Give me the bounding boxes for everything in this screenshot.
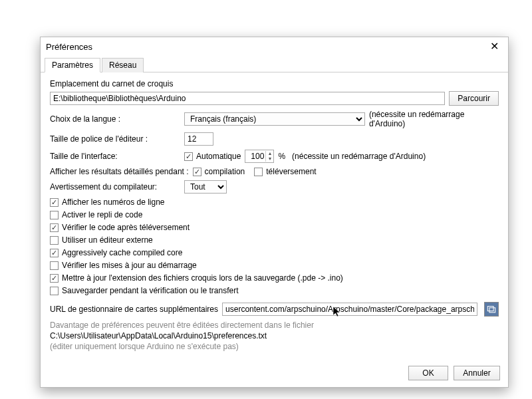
checkbox-icon	[50, 261, 59, 270]
language-restart-note: (nécessite un redémarrage d'Arduino)	[369, 110, 499, 128]
percent-suffix: %	[278, 152, 285, 161]
close-icon[interactable]: ✕	[486, 40, 503, 53]
cancel-button[interactable]: Annuler	[454, 366, 500, 380]
spinner-down-icon[interactable]: ▼	[266, 156, 273, 162]
boards-url-input[interactable]	[222, 303, 477, 316]
checkbox-icon	[50, 287, 59, 295]
language-label: Choix de la langue :	[50, 114, 180, 124]
dialog-footer: OK Annuler	[41, 360, 508, 387]
tab-reseau[interactable]: Réseau	[102, 58, 144, 72]
dialog-title: Préférences	[46, 42, 92, 52]
titlebar: Préférences ✕	[41, 37, 508, 57]
editor-font-label: Taille de police de l'éditeur :	[50, 134, 180, 144]
checkbox-external-editor[interactable]: Utiliser un éditeur externe	[50, 235, 499, 245]
checkbox-icon: ✓	[193, 168, 201, 176]
checkbox-icon: ✓	[50, 249, 59, 257]
checkbox-icon	[254, 168, 263, 176]
prefs-file-path: C:\Users\Utilisateur\AppData\Local\Ardui…	[50, 331, 499, 340]
checkbox-line-numbers[interactable]: ✓Afficher les numéros de ligne	[50, 198, 499, 207]
more-prefs-note: Davantage de préférences peuvent être éd…	[50, 321, 499, 330]
checkbox-aggressive-cache[interactable]: ✓Aggressively cache compiled core	[50, 248, 499, 257]
checkbox-code-folding[interactable]: Activer le repli de code	[50, 210, 499, 219]
language-select[interactable]: Français (français)	[184, 112, 365, 126]
browse-button[interactable]: Parcourir	[449, 91, 499, 106]
verbose-compile-checkbox[interactable]: ✓ compilation	[193, 167, 245, 176]
preferences-dialog: Préférences ✕ Paramètres Réseau Emplacem…	[40, 37, 509, 388]
checkbox-icon: ✓	[50, 274, 59, 283]
checkbox-label: Utiliser un éditeur externe	[62, 235, 153, 245]
verbose-label: Afficher les résultats détaillés pendant…	[50, 167, 189, 176]
sketchbook-path-input[interactable]	[50, 92, 445, 105]
checkbox-save-on-verify[interactable]: Sauvegarder pendant la vérification ou l…	[50, 286, 499, 295]
checkbox-label: Vérifier le code après téléversement	[62, 223, 190, 232]
checkbox-label: Activer le repli de code	[62, 210, 142, 219]
options-list: ✓Afficher les numéros de ligne Activer l…	[50, 198, 499, 295]
checkbox-label: Afficher les numéros de ligne	[62, 198, 165, 207]
editor-font-input[interactable]	[184, 132, 213, 146]
spinner-up-icon[interactable]: ▲	[266, 151, 273, 156]
warnings-select[interactable]: Tout	[184, 180, 227, 194]
boards-url-label: URL de gestionnaire de cartes supplément…	[50, 305, 218, 314]
checkbox-update-extension[interactable]: ✓Mettre à jour l'extension des fichiers …	[50, 273, 499, 283]
checkbox-icon	[50, 211, 59, 219]
checkbox-check-updates[interactable]: Vérifier les mises à jour au démarrage	[50, 261, 499, 270]
dialog-body: Emplacement du carnet de croquis Parcour…	[41, 72, 508, 360]
checkbox-icon: ✓	[50, 198, 59, 207]
verbose-upload-checkbox[interactable]: téléversement	[254, 167, 316, 176]
checkbox-icon: ✓	[50, 223, 59, 232]
interface-scale-label: Taille de l'interface:	[50, 152, 180, 161]
interface-auto-label: Automatique	[196, 152, 241, 161]
boards-url-edit-button[interactable]	[484, 302, 499, 317]
tab-parametres[interactable]: Paramètres	[45, 58, 100, 72]
warnings-label: Avertissement du compilateur:	[50, 182, 180, 192]
checkbox-label: Vérifier les mises à jour au démarrage	[62, 261, 197, 270]
tabstrip: Paramètres Réseau	[41, 57, 508, 72]
checkbox-label: Mettre à jour l'extension des fichiers c…	[62, 273, 343, 283]
checkbox-label: Sauvegarder pendant la vérification ou l…	[62, 286, 239, 295]
checkbox-icon: ✓	[184, 152, 193, 161]
verbose-upload-label: téléversement	[266, 167, 316, 176]
checkbox-verify-after-upload[interactable]: ✓Vérifier le code après téléversement	[50, 223, 499, 232]
interface-scale-spinner[interactable]: ▲▼	[245, 150, 274, 163]
verbose-compile-label: compilation	[205, 167, 245, 176]
checkbox-icon	[50, 236, 59, 245]
checkbox-label: Aggressively cache compiled core	[62, 248, 182, 257]
ok-button[interactable]: OK	[408, 366, 448, 380]
interface-auto-checkbox[interactable]: ✓ Automatique	[184, 152, 241, 161]
window-icon	[487, 305, 496, 314]
svg-rect-0	[487, 307, 493, 311]
edit-only-when-closed-note: (éditer uniquement lorsque Arduino ne s'…	[50, 342, 499, 351]
interface-scale-input[interactable]	[245, 150, 265, 162]
interface-restart-note: (nécessite un redémarrage d'Arduino)	[292, 152, 426, 161]
svg-rect-1	[489, 308, 495, 313]
sketchbook-label: Emplacement du carnet de croquis	[50, 79, 173, 88]
